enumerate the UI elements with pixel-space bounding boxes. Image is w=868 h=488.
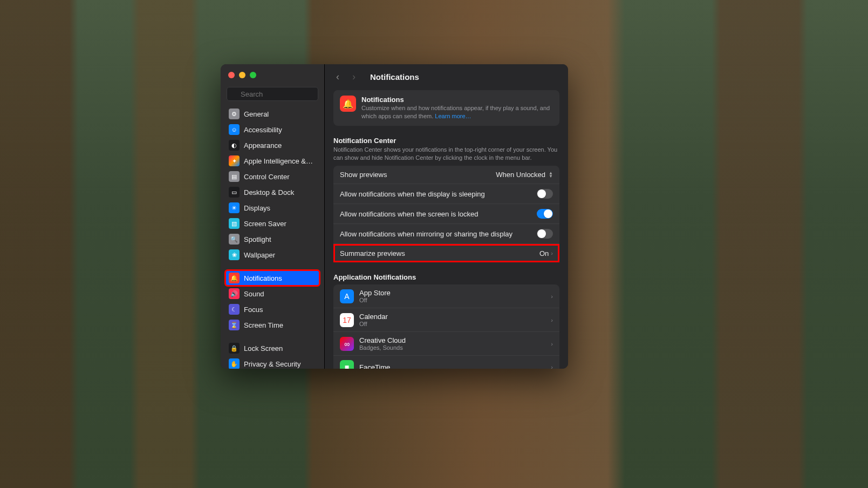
page-title: Notifications — [370, 72, 419, 82]
nav-icon: 🔒 — [229, 343, 240, 354]
allow-locked-toggle[interactable] — [537, 209, 553, 219]
forward-button[interactable]: › — [348, 71, 359, 82]
nav-label: Desktop & Dock — [244, 188, 294, 196]
nav-label: Wallpaper — [244, 251, 275, 259]
show-previews-row[interactable]: Show previews When Unlocked▲▼ — [333, 166, 559, 184]
summarize-value: On › — [539, 249, 553, 257]
row-label: Allow notifications when the screen is l… — [340, 210, 479, 218]
nav-label: Apple Intelligence &… — [244, 157, 313, 165]
nav-icon: ☀ — [229, 202, 240, 213]
nav-label: Privacy & Security — [244, 360, 300, 368]
nav-icon: ❀ — [229, 249, 240, 260]
allow-locked-row: Allow notifications when the screen is l… — [333, 204, 559, 224]
nav-label: Lock Screen — [244, 344, 283, 353]
chevron-right-icon: › — [551, 341, 553, 347]
summarize-previews-row[interactable]: Summarize previews On › — [333, 244, 559, 262]
nav-label: Screen Time — [244, 321, 283, 329]
allow-mirror-row: Allow notifications when mirroring or sh… — [333, 224, 559, 244]
nav-label: Focus — [244, 306, 263, 314]
row-label: Allow notifications when the display is … — [340, 190, 485, 198]
app-icon: 17 — [340, 313, 354, 327]
app-name: FaceTime — [359, 363, 390, 369]
nav-icon: ▭ — [229, 187, 240, 198]
sidebar-item-apple-intelligence-[interactable]: ✦Apple Intelligence &… — [225, 153, 319, 168]
nav-icon: ✦ — [229, 155, 240, 166]
bell-icon: 🔔 — [340, 96, 356, 112]
app-icon: ■ — [340, 360, 354, 369]
row-label: Allow notifications when mirroring or sh… — [340, 230, 512, 238]
apps-title: Application Notifications — [333, 273, 559, 281]
sidebar-item-accessibility[interactable]: ☺Accessibility — [225, 122, 319, 137]
minimize-icon[interactable] — [239, 72, 245, 78]
show-previews-value[interactable]: When Unlocked▲▼ — [496, 171, 553, 179]
row-label: Show previews — [340, 171, 387, 179]
nav-icon: ▧ — [229, 218, 240, 229]
app-icon: A — [340, 289, 354, 303]
app-name: Creative Cloud — [359, 336, 406, 344]
info-card: 🔔 Notifications Customize when and how n… — [333, 90, 559, 126]
sidebar-item-screen-saver[interactable]: ▧Screen Saver — [225, 216, 319, 231]
info-title: Notifications — [361, 96, 553, 104]
sidebar-item-displays[interactable]: ☀Displays — [225, 200, 319, 215]
nav-label: Appearance — [244, 141, 282, 150]
app-status: Badges, Sounds — [359, 344, 406, 351]
row-label: Summarize previews — [340, 249, 405, 257]
nav-icon: ⚙ — [229, 109, 240, 119]
window-controls — [221, 72, 324, 78]
titlebar: ‹ › Notifications — [325, 64, 568, 89]
nav-label: Sound — [244, 290, 264, 298]
zoom-icon[interactable] — [250, 72, 256, 78]
sidebar-item-notifications[interactable]: 🔔Notifications — [225, 270, 319, 286]
sidebar-item-focus[interactable]: ☾Focus — [225, 302, 319, 317]
app-row-app-store[interactable]: AApp StoreOff› — [333, 284, 559, 308]
sidebar-item-sound[interactable]: 🔊Sound — [225, 286, 319, 301]
app-icon: ∞ — [340, 337, 354, 351]
app-name: Calendar — [359, 313, 388, 321]
sidebar-item-spotlight[interactable]: 🔍Spotlight — [225, 232, 319, 247]
allow-mirror-toggle[interactable] — [537, 229, 553, 239]
chevron-right-icon: › — [551, 250, 553, 256]
app-row-creative-cloud[interactable]: ∞Creative CloudBadges, Sounds› — [333, 332, 559, 356]
learn-more-link[interactable]: Learn more… — [435, 113, 471, 119]
app-status: Off — [359, 321, 388, 327]
chevron-right-icon: › — [551, 364, 553, 369]
sidebar-list[interactable]: ⚙General☺Accessibility◐Appearance✦Apple … — [221, 106, 324, 369]
allow-sleep-toggle[interactable] — [537, 189, 553, 199]
nav-icon: 🔔 — [229, 273, 240, 283]
allow-sleep-row: Allow notifications when the display is … — [333, 184, 559, 204]
system-settings-window: 🔍 ⚙General☺Accessibility◐Appearance✦Appl… — [221, 64, 568, 369]
nav-icon: ☺ — [229, 124, 240, 135]
nav-label: Screen Saver — [244, 220, 286, 228]
nav-label: Accessibility — [244, 126, 282, 134]
nav-icon: 🔍 — [229, 234, 240, 245]
main-pane: ‹ › Notifications 🔔 Notifications Custom… — [325, 64, 568, 369]
sidebar-item-general[interactable]: ⚙General — [225, 106, 319, 121]
nc-desc: Notification Center shows your notificat… — [333, 146, 559, 162]
sidebar-item-screen-time[interactable]: ⌛Screen Time — [225, 317, 319, 333]
app-name: App Store — [359, 289, 391, 297]
sidebar-item-wallpaper[interactable]: ❀Wallpaper — [225, 247, 319, 262]
apps-group: AApp StoreOff›17CalendarOff›∞Creative Cl… — [333, 284, 559, 369]
sidebar-item-control-center[interactable]: ▤Control Center — [225, 169, 319, 184]
back-button[interactable]: ‹ — [332, 71, 343, 82]
app-row-facetime[interactable]: ■FaceTime› — [333, 356, 559, 369]
search-input[interactable] — [227, 87, 318, 101]
nc-settings-group: Show previews When Unlocked▲▼ Allow noti… — [333, 166, 559, 262]
nav-label: Notifications — [244, 274, 282, 282]
close-icon[interactable] — [228, 72, 235, 78]
nav-icon: 🔊 — [229, 288, 240, 299]
info-desc: Customize when and how notifications app… — [361, 104, 553, 120]
sidebar-item-lock-screen[interactable]: 🔒Lock Screen — [225, 341, 319, 356]
nav-icon: ⌛ — [229, 320, 240, 330]
nav-icon: ✋ — [229, 358, 240, 369]
content-scroll[interactable]: 🔔 Notifications Customize when and how n… — [325, 89, 568, 369]
sidebar-item-privacy-security[interactable]: ✋Privacy & Security — [225, 356, 319, 369]
nav-icon: ☾ — [229, 304, 240, 315]
nav-label: Spotlight — [244, 235, 271, 243]
nav-label: Control Center — [244, 173, 290, 181]
sidebar: 🔍 ⚙General☺Accessibility◐Appearance✦Appl… — [221, 64, 325, 369]
chevron-right-icon: › — [551, 293, 553, 300]
sidebar-item-appearance[interactable]: ◐Appearance — [225, 138, 319, 153]
sidebar-item-desktop-dock[interactable]: ▭Desktop & Dock — [225, 185, 319, 200]
app-row-calendar[interactable]: 17CalendarOff› — [333, 308, 559, 332]
